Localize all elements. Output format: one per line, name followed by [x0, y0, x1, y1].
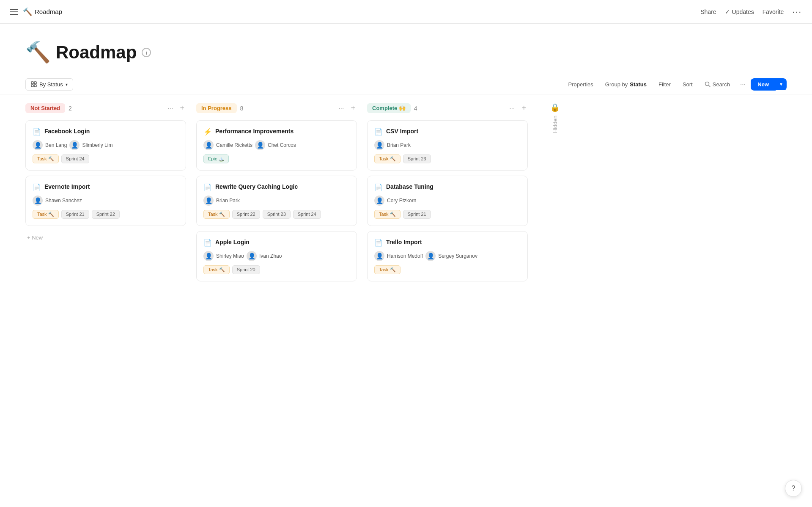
card-tag[interactable]: Task 🔨 — [203, 210, 230, 219]
hamburger-menu[interactable] — [10, 9, 18, 15]
toolbar-more-button[interactable]: ··· — [737, 78, 749, 91]
card-title: CSV Import — [386, 127, 418, 136]
status-badge-complete: Complete 🙌 — [367, 103, 411, 113]
col-add-complete[interactable]: + — [520, 103, 528, 113]
sort-button[interactable]: Sort — [678, 79, 698, 90]
hidden-column-icon: 🔒 — [550, 103, 560, 112]
card-type-icon: 📄 — [203, 183, 212, 191]
page-title-row: 🔨 Roadmap i — [25, 41, 787, 64]
col-add-in-progress[interactable]: + — [349, 103, 357, 113]
card[interactable]: 📄Facebook Login👤Ben Lang👤Slimberly LimTa… — [25, 120, 186, 171]
card[interactable]: 📄Trello Import👤Harrison Medoff👤Sergey Su… — [367, 231, 528, 281]
card-tag[interactable]: Task 🔨 — [33, 154, 59, 163]
properties-label: Properties — [568, 81, 593, 88]
member-name: Slimberly Lim — [82, 142, 112, 148]
col-add-not-started[interactable]: + — [178, 103, 186, 113]
card-tag[interactable]: Sprint 22 — [232, 210, 260, 219]
card-tag[interactable]: Epic 🏔️ — [203, 154, 229, 163]
card[interactable]: 📄Evernote Import👤Shawn SanchezTask 🔨Spri… — [25, 176, 186, 226]
nav-title-text: Roadmap — [35, 8, 62, 15]
member-name: Ben Lang — [45, 142, 67, 148]
card-tag[interactable]: Sprint 21 — [61, 210, 89, 219]
card[interactable]: 📄Apple Login👤Shirley Miao👤Ivan ZhaoTask … — [196, 231, 357, 281]
avatar: 👤 — [203, 140, 214, 150]
card-tags: Task 🔨Sprint 21 — [374, 210, 521, 219]
member-name: Shirley Miao — [216, 253, 244, 259]
col-more-complete[interactable]: ··· — [508, 104, 516, 113]
card-tag[interactable]: Task 🔨 — [374, 265, 401, 274]
new-dropdown-button[interactable]: ▾ — [776, 78, 787, 90]
search-button[interactable]: Search — [700, 79, 735, 90]
card-tag[interactable]: Sprint 21 — [403, 210, 431, 219]
card-title: Evernote Import — [44, 183, 90, 191]
updates-label: Updates — [732, 8, 754, 15]
group-by-value: Status — [630, 81, 647, 88]
avatar: 👤 — [255, 140, 265, 150]
search-icon — [705, 81, 710, 87]
svg-line-5 — [708, 85, 710, 87]
card-type-icon: 📄 — [203, 239, 212, 247]
card-tag[interactable]: Task 🔨 — [203, 265, 230, 274]
favorite-button[interactable]: Favorite — [763, 8, 784, 15]
card-tag[interactable]: Sprint 24 — [293, 210, 321, 219]
avatar: 👤 — [374, 196, 384, 206]
card-tag[interactable]: Sprint 23 — [263, 210, 291, 219]
card-members: 👤Ben Lang👤Slimberly Lim — [33, 140, 179, 150]
add-new-row[interactable]: + New — [25, 231, 186, 244]
nav-left: 🔨 Roadmap — [10, 7, 62, 17]
card-tags: Task 🔨Sprint 20 — [203, 265, 350, 274]
member-name: Camille Ricketts — [216, 142, 252, 148]
avatar: 👤 — [69, 140, 80, 150]
view-selector-label: By Status — [39, 81, 63, 88]
column-in-progress: In Progress8···+⚡Performance Improvement… — [196, 101, 357, 287]
card-tag[interactable]: Task 🔨 — [374, 154, 401, 163]
filter-label: Filter — [658, 81, 671, 88]
hidden-column-label: Hidden — [552, 116, 558, 133]
share-button[interactable]: Share — [700, 8, 716, 15]
card-tag[interactable]: Sprint 24 — [61, 154, 89, 163]
card-members: 👤Camille Ricketts👤Chet Corcos — [203, 140, 350, 150]
group-by-button[interactable]: Group by Status — [600, 79, 652, 90]
column-header-in-progress: In Progress8···+ — [196, 101, 357, 115]
column-not-started: Not Started2···+📄Facebook Login👤Ben Lang… — [25, 101, 186, 244]
avatar: 👤 — [33, 196, 43, 206]
card[interactable]: 📄CSV Import👤Brian ParkTask 🔨Sprint 23 — [367, 120, 528, 171]
svg-rect-0 — [31, 82, 33, 84]
new-main-button[interactable]: New — [751, 78, 776, 91]
updates-button[interactable]: ✓ Updates — [725, 8, 754, 15]
card-tag[interactable]: Sprint 23 — [403, 154, 431, 163]
card-title-row: 📄Rewrite Query Caching Logic — [203, 183, 350, 191]
member-name: Brian Park — [387, 142, 411, 148]
card-tag[interactable]: Sprint 20 — [232, 265, 260, 274]
svg-rect-3 — [34, 85, 36, 87]
card-title-row: 📄CSV Import — [374, 127, 521, 136]
card[interactable]: 📄Database Tuning👤Cory EtzkornTask 🔨Sprin… — [367, 176, 528, 226]
col-more-in-progress[interactable]: ··· — [337, 104, 346, 113]
card-members: 👤Shawn Sanchez — [33, 196, 179, 206]
more-menu-button[interactable]: ··· — [792, 7, 802, 17]
card-tag[interactable]: Task 🔨 — [33, 210, 59, 219]
properties-button[interactable]: Properties — [563, 79, 598, 90]
avatar: 👤 — [33, 140, 43, 150]
avatar: 👤 — [374, 251, 384, 261]
group-by-label: Group by — [605, 81, 628, 88]
view-selector-button[interactable]: By Status ▾ — [25, 78, 73, 91]
check-icon: ✓ — [725, 8, 730, 15]
new-button[interactable]: New ▾ — [751, 78, 787, 91]
card[interactable]: ⚡Performance Improvements👤Camille Ricket… — [196, 120, 357, 171]
card-tag[interactable]: Sprint 22 — [92, 210, 120, 219]
search-label: Search — [713, 81, 730, 88]
card[interactable]: 📄Rewrite Query Caching Logic👤Brian ParkT… — [196, 176, 357, 226]
card-tag[interactable]: Task 🔨 — [374, 210, 401, 219]
col-count-in-progress: 8 — [240, 105, 244, 112]
card-type-icon: 📄 — [374, 128, 383, 136]
avatar: 👤 — [425, 251, 436, 261]
filter-button[interactable]: Filter — [653, 79, 676, 90]
col-more-not-started[interactable]: ··· — [166, 104, 175, 113]
col-count-not-started: 2 — [69, 105, 72, 112]
toolbar: By Status ▾ Properties Group by Status F… — [0, 74, 812, 94]
card-title: Apple Login — [215, 238, 250, 247]
avatar: 👤 — [203, 251, 214, 261]
info-icon[interactable]: i — [142, 48, 151, 57]
member-name: Harrison Medoff — [387, 253, 423, 259]
